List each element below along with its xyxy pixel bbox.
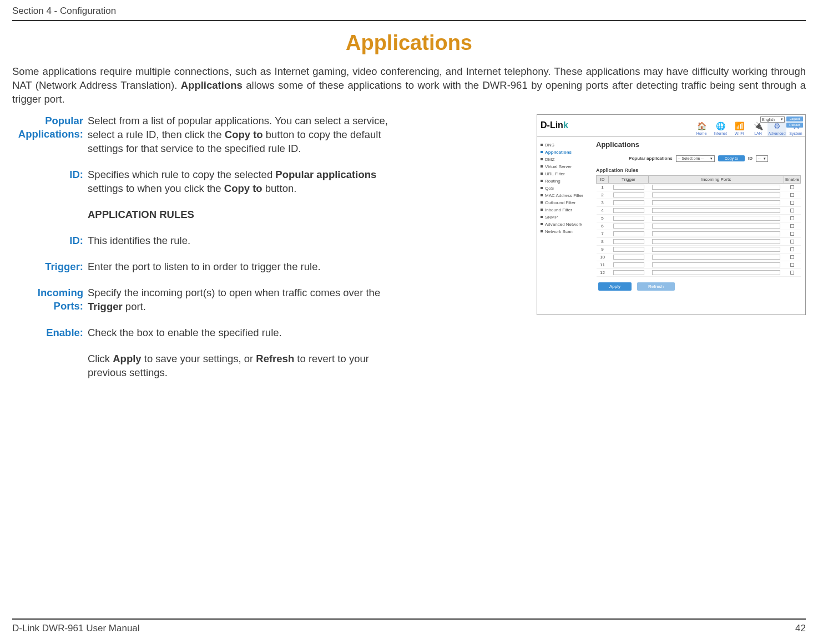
incoming-ports-input[interactable] <box>652 216 781 221</box>
trigger-input[interactable] <box>613 262 644 267</box>
page-title: Applications <box>12 31 806 55</box>
copy-to-button[interactable]: Copy to <box>718 155 745 161</box>
nav-tab-label: Internet <box>711 131 730 135</box>
enable-checkbox[interactable] <box>790 209 794 212</box>
sidebar-item-applications[interactable]: Applications <box>541 150 592 155</box>
def-final-b1: Apply <box>113 353 141 364</box>
incoming-ports-input[interactable] <box>652 255 781 260</box>
trigger-input[interactable] <box>613 216 644 221</box>
definitions-list: Popular Applications: Select from a list… <box>12 114 524 392</box>
enable-checkbox[interactable] <box>790 263 794 267</box>
incoming-ports-input[interactable] <box>652 208 781 213</box>
sidebar-item-dmz[interactable]: DMZ <box>541 157 592 162</box>
logout-button[interactable]: Logout <box>786 116 803 121</box>
enable-checkbox[interactable] <box>790 193 794 197</box>
side-menu: DNSApplicationsDMZVirtual ServerURL Filt… <box>537 137 592 315</box>
cell-id: 4 <box>597 206 609 214</box>
refresh-button[interactable]: Refresh <box>637 282 675 291</box>
trigger-input[interactable] <box>613 231 644 236</box>
cell-id: 10 <box>597 253 609 261</box>
popular-apps-value: -- Select one -- <box>678 156 704 160</box>
incoming-ports-input[interactable] <box>652 247 781 252</box>
nav-tab-internet[interactable]: 🌐Internet <box>711 120 730 136</box>
def-text-popular: Select from a list of popular applicatio… <box>88 114 410 156</box>
trigger-input[interactable] <box>613 192 644 197</box>
sidebar-item-routing[interactable]: Routing <box>541 179 592 184</box>
id-select[interactable]: -- ▾ <box>756 155 768 162</box>
incoming-ports-input[interactable] <box>652 185 781 190</box>
main-panel: Applications Popular applications -- Sel… <box>592 137 805 315</box>
incoming-ports-input[interactable] <box>652 262 781 267</box>
trigger-input[interactable] <box>613 255 644 260</box>
sidebar-item-url-filter[interactable]: URL Filter <box>541 171 592 176</box>
def-sub-heading: APPLICATION RULES <box>88 208 194 222</box>
cell-id: 9 <box>597 245 609 253</box>
trigger-input[interactable] <box>613 224 644 229</box>
enable-checkbox[interactable] <box>790 216 794 220</box>
id-select-label: ID <box>748 156 753 161</box>
enable-checkbox[interactable] <box>790 224 794 228</box>
enable-checkbox[interactable] <box>790 240 794 244</box>
nav-tab-label: Wi-Fi <box>730 131 749 135</box>
footer-left: D-Link DWR-961 User Manual <box>12 623 140 634</box>
th-id: ID <box>597 175 609 183</box>
def-id1-b2: Copy to <box>224 182 262 194</box>
nav-tab-home[interactable]: 🏠Home <box>692 120 711 136</box>
enable-checkbox[interactable] <box>790 271 794 275</box>
enable-checkbox[interactable] <box>790 247 794 251</box>
sidebar-item-network-scan[interactable]: Network Scan <box>541 229 592 234</box>
cell-id: 7 <box>597 230 609 237</box>
sidebar-item-outbound-filter[interactable]: Outbound Filter <box>541 200 592 205</box>
sidebar-item-mac-address-filter[interactable]: MAC Address Filter <box>541 193 592 198</box>
nav-tab-label: LAN <box>749 131 767 135</box>
nav-tab-label: Advanced <box>767 131 786 135</box>
sidebar-item-qos[interactable]: QoS <box>541 186 592 191</box>
sidebar-item-virtual-server[interactable]: Virtual Server <box>541 164 592 169</box>
nav-tab-label: Home <box>692 131 711 135</box>
cell-id: 12 <box>597 268 609 276</box>
trigger-input[interactable] <box>613 270 644 275</box>
incoming-ports-input[interactable] <box>652 239 781 244</box>
def-label-id1: ID: <box>12 168 88 196</box>
trigger-input[interactable] <box>613 208 644 213</box>
incoming-ports-input[interactable] <box>652 270 781 275</box>
apply-button[interactable]: Apply <box>598 282 632 291</box>
def-text-incoming: Specify the incoming port(s) to open whe… <box>88 286 410 314</box>
incoming-ports-input[interactable] <box>652 231 781 236</box>
chevron-down-icon: ▾ <box>710 156 713 161</box>
incoming-ports-input[interactable] <box>652 192 781 197</box>
trigger-input[interactable] <box>613 200 644 205</box>
table-row: 12 <box>597 268 801 276</box>
def-text-id2: This identifies the rule. <box>88 234 190 248</box>
trigger-input[interactable] <box>613 185 644 190</box>
page-footer: D-Link DWR-961 User Manual 42 <box>12 618 806 634</box>
enable-checkbox[interactable] <box>790 255 794 259</box>
sidebar-item-snmp[interactable]: SNMP <box>541 215 592 220</box>
enable-checkbox[interactable] <box>790 185 794 189</box>
reboot-button[interactable]: Reboot <box>786 123 803 128</box>
sidebar-item-dns[interactable]: DNS <box>541 143 592 148</box>
sidebar-item-advanced-network[interactable]: Advanced Network <box>541 222 592 227</box>
trigger-input[interactable] <box>613 239 644 244</box>
panel-title: Applications <box>596 140 801 149</box>
intro-bold-1: Applications <box>181 79 243 91</box>
sidebar-item-inbound-filter[interactable]: Inbound Filter <box>541 207 592 212</box>
def-final-b: to save your settings, or <box>142 353 256 364</box>
table-row: 2 <box>597 191 801 199</box>
section-header: Section 4 - Configuration <box>12 6 806 21</box>
def-label-enable: Enable: <box>12 326 88 340</box>
enable-checkbox[interactable] <box>790 232 794 236</box>
incoming-ports-input[interactable] <box>652 200 781 205</box>
enable-checkbox[interactable] <box>790 201 794 205</box>
table-row: 8 <box>597 237 801 245</box>
trigger-input[interactable] <box>613 247 644 252</box>
def-id1-a: Specifies which rule to copy the selecte… <box>88 169 275 180</box>
language-select[interactable]: English ▾ <box>760 116 785 123</box>
nav-tab-wi-fi[interactable]: 📶Wi-Fi <box>730 120 749 136</box>
incoming-ports-input[interactable] <box>652 224 781 229</box>
nav-tab-label: System <box>786 131 805 135</box>
def-label-popular: Popular Applications: <box>12 114 88 156</box>
def-label-incoming: Incoming Ports: <box>12 286 88 314</box>
table-row: 4 <box>597 206 801 214</box>
popular-apps-select[interactable]: -- Select one -- ▾ <box>676 155 715 162</box>
